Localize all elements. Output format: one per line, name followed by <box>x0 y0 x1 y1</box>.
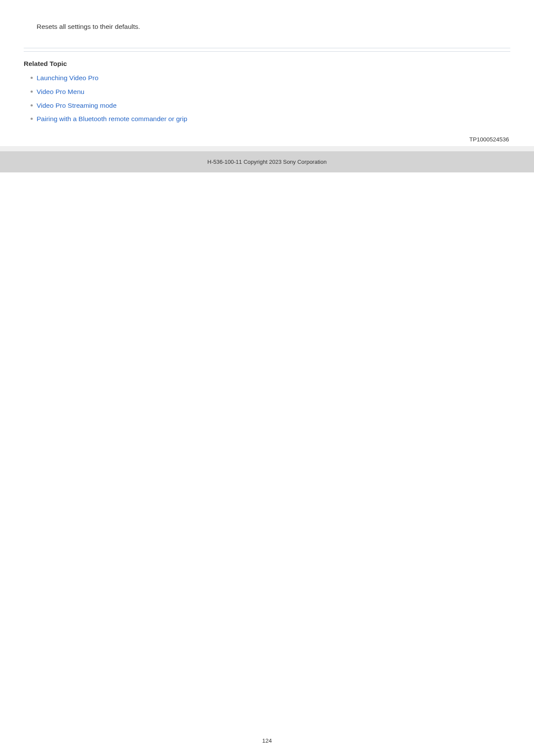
divider-line <box>24 48 510 48</box>
list-item: Pairing with a Bluetooth remote commande… <box>31 115 510 124</box>
related-link-pairing-bluetooth[interactable]: Pairing with a Bluetooth remote commande… <box>37 115 187 122</box>
related-link-launching-video-pro[interactable]: Launching Video Pro <box>37 74 99 81</box>
footer-spacer <box>0 146 534 151</box>
list-item: Video Pro Streaming mode <box>31 101 510 110</box>
list-item: Video Pro Menu <box>31 87 510 97</box>
related-topic-heading: Related Topic <box>24 60 510 68</box>
related-topic-list: Launching Video Pro Video Pro Menu Video… <box>24 74 510 124</box>
related-link-video-pro-streaming[interactable]: Video Pro Streaming mode <box>37 102 117 109</box>
related-link-video-pro-menu[interactable]: Video Pro Menu <box>37 88 84 95</box>
main-content: Resets all settings to their defaults. R… <box>0 0 534 172</box>
description-text: Resets all settings to their defaults. <box>0 0 534 31</box>
related-topic-section: Related Topic Launching Video Pro Video … <box>0 52 534 124</box>
footer-copyright: H-536-100-11 Copyright 2023 Sony Corpora… <box>0 151 534 172</box>
page-number: 124 <box>0 737 534 744</box>
list-item: Launching Video Pro <box>31 74 510 83</box>
document-id: TP1000524536 <box>0 128 534 146</box>
